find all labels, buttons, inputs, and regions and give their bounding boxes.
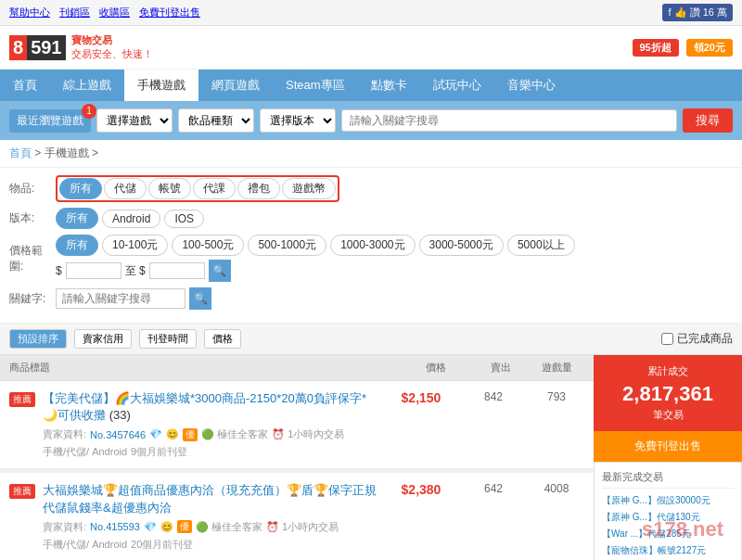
item-filter-gift[interactable]: 禮包 (237, 178, 280, 199)
listing-link[interactable]: 刊銷區 (59, 6, 90, 19)
product-link-1[interactable]: 【完美代儲】🌈大福娛樂城*3000商品-2150*20萬0負評保字*🌙可供收攤 (43, 391, 366, 422)
keyword-search-button[interactable]: 🔍 (189, 287, 211, 310)
breadcrumb-home[interactable]: 首頁 (9, 146, 32, 159)
top-bar-right: f 👍 讚 16 萬 (662, 4, 733, 21)
help-link[interactable]: 幫助中心 (9, 6, 50, 19)
col-title: 商品標題 (9, 361, 399, 375)
price-filter-all[interactable]: 所有 (56, 235, 98, 256)
col-sold: 賣出 (473, 361, 529, 375)
buy-link[interactable]: 收購區 (99, 6, 130, 19)
item-filter-agent[interactable]: 代儲 (104, 178, 147, 199)
product-item-2: 推薦 大福娛樂城🏆超值商品優惠內洽（現充充值）🏆盾🏆保字正規代儲鼠錢率&超優惠內… (0, 473, 594, 560)
price-search-button[interactable]: 🔍 (209, 260, 231, 282)
trade-link-1[interactable]: 【原神 G...】假設30000元 (602, 495, 710, 505)
seller-emoji-1: 😊 (166, 428, 179, 440)
version-filter-all[interactable]: 所有 (56, 208, 98, 229)
price-filter-10-100[interactable]: 10-100元 (102, 235, 168, 256)
search-input[interactable] (341, 109, 677, 132)
tab-badge: 1 (82, 104, 96, 119)
version-filter-android[interactable]: Android (102, 210, 160, 228)
seller-time-1: ⏰ 1小時內交易 (272, 427, 344, 441)
seller-icon-2: 💎 (144, 521, 157, 533)
col-price: 價格 (399, 361, 473, 375)
seller-rating-1: 優 (183, 428, 198, 441)
item-filter-coin[interactable]: 遊戲幣 (282, 178, 336, 199)
version-select[interactable]: 選擇版本 (260, 108, 336, 133)
seller-no-1: 賣家資料: (43, 427, 86, 441)
header: 8591 寶物交易 交易安全、快速！ 95折超 領20元 (0, 26, 742, 70)
category-select[interactable]: 飲品種類 (178, 108, 254, 133)
recent-games-tab[interactable]: 最近瀏覽遊戲 1 (9, 109, 91, 133)
stats-label: 累計成交 (603, 364, 733, 378)
logo-box: 8591 (9, 35, 66, 60)
price-filter-500-1000[interactable]: 500-1000元 (248, 235, 326, 256)
stats-box: 累計成交 2,817,361 筆交易 (594, 355, 742, 431)
product-price-1: $2,150 (384, 390, 458, 405)
price-filter-5000plus[interactable]: 5000以上 (507, 235, 575, 256)
item-filter-label: 物品: (9, 181, 56, 197)
version-filter-options: 所有 Android IOS (56, 208, 204, 229)
search-button[interactable]: 搜尋 (683, 108, 733, 133)
nav-mobile-games[interactable]: 手機遊戲 (124, 70, 198, 101)
keyword-filter-label: 關鍵字: (9, 291, 56, 307)
sort-time[interactable]: 刊登時間 (139, 329, 197, 349)
trade-item-1: 【原神 G...】假設30000元 (602, 494, 734, 507)
nav-web-games[interactable]: 網頁遊戲 (198, 70, 273, 101)
header-promo: 95折超 領20元 (633, 39, 734, 57)
sort-credit[interactable]: 賣家信用 (74, 329, 132, 349)
seller-emoji-2: 😊 (160, 521, 173, 533)
seller-no-2: 賣家資料: (43, 520, 86, 534)
version-filter-row: 版本: 所有 Android IOS (9, 208, 733, 229)
logo-591: 591 (27, 35, 65, 60)
version-filter-ios[interactable]: IOS (164, 210, 204, 228)
seller-age-2: 20個月前刊登 (131, 538, 193, 552)
seller-platform-1: 手機/代儲/ Android (43, 445, 127, 459)
price-from-label: $ (56, 264, 62, 277)
free-post-link[interactable]: 免費刊登出售 (139, 6, 200, 19)
nav-online-games[interactable]: 綜上遊戲 (50, 70, 124, 101)
price-filter-row: 價格範圍: 所有 10-100元 100-500元 500-1000元 1000… (9, 235, 733, 282)
keyword-filter-options: 🔍 (56, 287, 211, 310)
trade-link-3[interactable]: 【War ...】代儲285元 (602, 528, 691, 539)
price-filter-3000-5000[interactable]: 3000-5000元 (419, 235, 504, 256)
nav-home[interactable]: 首頁 (0, 70, 50, 101)
item-filter-options: 所有 代儲 帳號 代課 禮包 遊戲幣 (56, 175, 339, 202)
product-item: 推薦 【完美代儲】🌈大福娛樂城*3000商品-2150*20萬0負評保字*🌙可供… (0, 381, 594, 469)
price-to-input[interactable] (149, 262, 205, 279)
search-bar: 最近瀏覽遊戲 1 選擇遊戲 飲品種類 選擇版本 搜尋 (0, 101, 742, 140)
product-link-2[interactable]: 大福娛樂城🏆超值商品優惠內洽（現充充值）🏆盾🏆保字正規代儲鼠錢率&超優惠內洽 (43, 483, 377, 514)
nav-steam[interactable]: Steam專區 (273, 70, 358, 101)
price-range: $ 至 $ 🔍 (56, 260, 231, 282)
promo-badge-2: 領20元 (686, 39, 733, 57)
nav-trial[interactable]: 試玩中心 (420, 70, 494, 101)
completed-checkbox[interactable] (661, 333, 673, 345)
nav-points-card[interactable]: 點數卡 (358, 70, 420, 101)
logo-8: 8 (9, 35, 27, 60)
breadcrumb: 首頁 > 手機遊戲 > (0, 140, 742, 168)
product-top-1: 推薦 【完美代儲】🌈大福娛樂城*3000商品-2150*20萬0負評保字*🌙可供… (9, 390, 584, 459)
item-filter-account[interactable]: 帳號 (148, 178, 191, 199)
game-select[interactable]: 選擇遊戲 (96, 108, 173, 133)
price-filter-100-500[interactable]: 100-500元 (172, 235, 244, 256)
post-button[interactable]: 免費刊登出售 (594, 431, 742, 462)
keyword-input[interactable] (56, 288, 186, 309)
price-filter-1000-3000[interactable]: 1000-3000元 (330, 235, 415, 256)
stats-number: 2,817,361 (603, 382, 733, 406)
breadcrumb-category: 手機遊戲 (45, 146, 89, 159)
nav-music[interactable]: 音樂中心 (494, 70, 569, 101)
sort-default[interactable]: 預設排序 (9, 329, 67, 349)
price-filter-label: 價格範圍: (9, 243, 56, 274)
seller-no-val-2[interactable]: No.415593 (90, 521, 140, 532)
product-title-2: 大福娛樂城🏆超值商品優惠內洽（現充充值）🏆盾🏆保字正規代儲鼠錢率&超優惠內洽 (43, 482, 377, 515)
seller-time-2: ⏰ 1小時內交易 (266, 520, 339, 534)
item-filter-boost[interactable]: 代課 (193, 178, 236, 199)
seller-no-val-1[interactable]: No.3457646 (90, 429, 146, 440)
fb-like[interactable]: f 👍 讚 16 萬 (662, 4, 733, 21)
product-info-1: 【完美代儲】🌈大福娛樂城*3000商品-2150*20萬0負評保字*🌙可供收攤 … (43, 390, 377, 459)
item-filter-all[interactable]: 所有 (59, 178, 102, 199)
trade-link-2[interactable]: 【原神 G...】代儲130元 (602, 512, 700, 522)
sort-price[interactable]: 價格 (204, 329, 241, 349)
price-from-input[interactable] (66, 262, 122, 279)
trade-link-4[interactable]: 【寵物信珠】帳號2127元 (602, 545, 706, 555)
trade-item-3: 【War ...】代儲285元 (602, 528, 734, 541)
